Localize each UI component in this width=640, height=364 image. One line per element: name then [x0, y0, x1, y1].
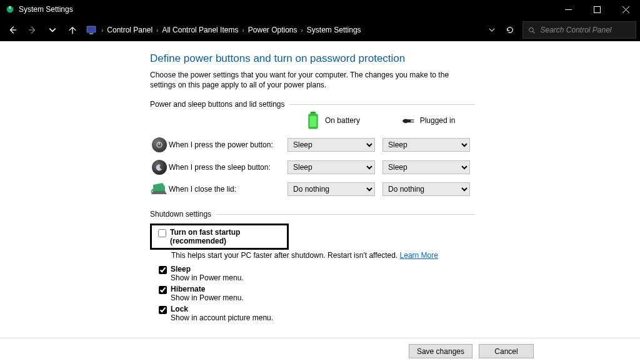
window-title: System Settings: [19, 5, 73, 14]
title-bar-left: System Settings: [5, 4, 73, 14]
section-legend: Shutdown settings: [150, 210, 216, 219]
checkbox-label: Lock: [171, 305, 273, 313]
forward-button[interactable]: [24, 21, 41, 39]
lid-icon: [150, 182, 169, 196]
hibernate-checkbox[interactable]: [159, 286, 167, 294]
save-changes-button[interactable]: Save changes: [409, 344, 472, 358]
svg-rect-9: [89, 33, 93, 34]
checkbox-desc: Show in account picture menu.: [171, 313, 273, 322]
title-bar: System Settings: [0, 0, 640, 19]
learn-more-link[interactable]: Learn More: [400, 251, 438, 260]
fast-startup-checkbox[interactable]: [158, 229, 166, 237]
refresh-button[interactable]: [501, 21, 519, 39]
chevron-right-icon[interactable]: ›: [242, 27, 244, 34]
power-button-icon: [150, 137, 169, 152]
column-headers: On battery Plugged in: [150, 109, 475, 134]
svg-rect-12: [311, 112, 316, 114]
breadcrumb-dropdown-icon[interactable]: [486, 27, 498, 33]
power-button-battery-select[interactable]: Sleep: [288, 138, 375, 152]
lid-battery-select[interactable]: Do nothing: [288, 182, 375, 196]
section-legend: Power and sleep buttons and lid settings: [150, 100, 289, 109]
lid-plugged-select[interactable]: Do nothing: [382, 182, 470, 196]
lid-close-row: When I close the lid: Do nothing Do noth…: [150, 179, 475, 200]
fast-startup-desc: This helps start your PC faster after sh…: [150, 250, 475, 263]
breadcrumb: › Control Panel › All Control Panel Item…: [86, 24, 361, 36]
power-button-row: When I press the power button: Sleep Sle…: [150, 134, 475, 156]
app-icon: [5, 4, 15, 14]
row-label: When I press the power button:: [169, 140, 288, 149]
sleep-button-battery-select[interactable]: Sleep: [288, 160, 375, 174]
chevron-right-icon[interactable]: ›: [156, 27, 158, 34]
row-label: When I press the sleep button:: [169, 163, 288, 172]
battery-icon: [306, 114, 320, 127]
checkbox-desc: Show in Power menu.: [171, 273, 244, 282]
lock-row: Lock Show in account picture menu.: [150, 303, 475, 323]
chevron-right-icon[interactable]: ›: [301, 27, 303, 34]
svg-point-10: [529, 27, 534, 32]
lock-checkbox[interactable]: [159, 306, 167, 314]
svg-rect-1: [9, 6, 11, 9]
close-button[interactable]: [611, 0, 640, 19]
plug-icon: [401, 114, 415, 127]
back-button[interactable]: [4, 21, 21, 39]
shutdown-settings-section: Shutdown settings Turn on fast startup (…: [150, 210, 475, 323]
nav-right: [486, 21, 636, 39]
checkbox-desc: Show in Power menu.: [171, 293, 244, 302]
breadcrumb-item[interactable]: All Control Panel Items: [162, 26, 238, 34]
svg-rect-8: [87, 26, 96, 32]
search-input[interactable]: [540, 26, 631, 34]
power-buttons-section: Power and sleep buttons and lid settings…: [150, 100, 475, 200]
checkbox-label: Hibernate: [171, 285, 244, 293]
checkbox-label: Turn on fast startup (recommended): [170, 228, 282, 245]
page-heading: Define power buttons and turn on passwor…: [150, 52, 628, 65]
sleep-row: Sleep Show in Power menu.: [150, 263, 475, 283]
plugged-in-header: Plugged in: [382, 114, 474, 127]
svg-rect-14: [309, 116, 316, 127]
column-header-label: Plugged in: [420, 116, 456, 125]
search-box[interactable]: [522, 21, 636, 39]
search-icon: [528, 26, 535, 34]
breadcrumb-item[interactable]: Control Panel: [107, 26, 152, 34]
hibernate-row: Hibernate Show in Power menu.: [150, 283, 475, 303]
checkbox-label: Sleep: [171, 265, 244, 273]
column-header-label: On battery: [325, 116, 360, 125]
up-button[interactable]: [64, 21, 81, 39]
sleep-button-icon: [150, 160, 169, 175]
window-controls: [554, 0, 640, 19]
breadcrumb-item[interactable]: Power Options: [248, 26, 298, 34]
page-description: Choose the power settings that you want …: [150, 70, 475, 90]
footer-bar: Save changes Cancel: [0, 338, 640, 364]
svg-rect-3: [594, 6, 600, 12]
sleep-button-plugged-select[interactable]: Sleep: [382, 160, 470, 174]
breadcrumb-item[interactable]: System Settings: [307, 26, 361, 34]
maximize-button[interactable]: [582, 0, 611, 19]
sleep-button-row: When I press the sleep button: Sleep Sle…: [150, 156, 475, 179]
control-panel-icon[interactable]: [86, 24, 98, 36]
power-button-plugged-select[interactable]: Sleep: [382, 138, 470, 152]
minimize-button[interactable]: [554, 0, 582, 19]
svg-line-11: [532, 31, 534, 33]
fast-startup-row: Turn on fast startup (recommended): [150, 224, 289, 250]
sleep-checkbox[interactable]: [159, 266, 167, 274]
navigation-bar: › Control Panel › All Control Panel Item…: [0, 19, 640, 41]
on-battery-header: On battery: [288, 114, 379, 127]
recent-locations-button[interactable]: [44, 21, 61, 39]
content-area: Define power buttons and turn on passwor…: [0, 41, 640, 338]
row-label: When I close the lid:: [169, 185, 288, 194]
cancel-button[interactable]: Cancel: [479, 344, 534, 358]
chevron-right-icon[interactable]: ›: [101, 27, 103, 34]
